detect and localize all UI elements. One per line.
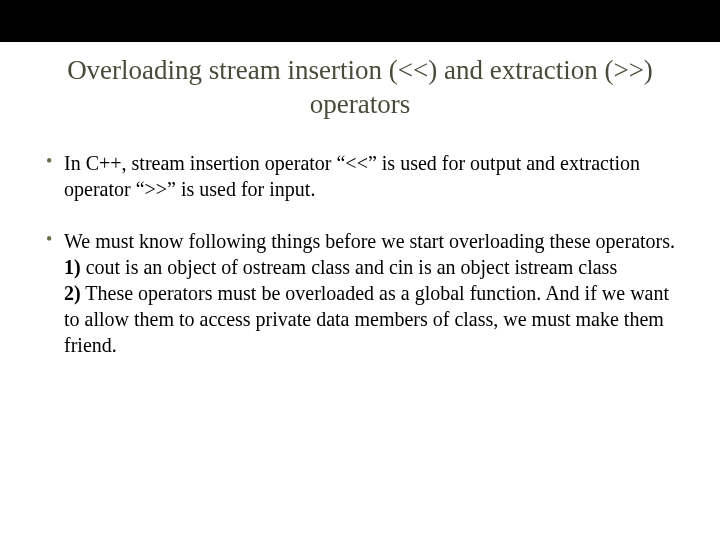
sub-point-text: These operators must be overloaded as a …: [64, 282, 669, 356]
slide-title: Overloading stream insertion (<<) and ex…: [40, 54, 680, 122]
top-bar: [0, 0, 720, 42]
sub-point-num: 1): [64, 256, 81, 278]
list-item: In C++, stream insertion operator “<<” i…: [46, 150, 680, 202]
bullet-text: We must know following things before we …: [64, 230, 675, 252]
bullet-list: In C++, stream insertion operator “<<” i…: [40, 150, 680, 358]
slide-content: Overloading stream insertion (<<) and ex…: [0, 42, 720, 358]
bullet-text: In C++, stream insertion operator “<<” i…: [64, 152, 640, 200]
sub-point: 2) These operators must be overloaded as…: [64, 280, 680, 358]
list-item: We must know following things before we …: [46, 228, 680, 358]
sub-point-num: 2): [64, 282, 81, 304]
sub-point: 1) cout is an object of ostream class an…: [64, 254, 680, 280]
sub-point-text: cout is an object of ostream class and c…: [81, 256, 618, 278]
